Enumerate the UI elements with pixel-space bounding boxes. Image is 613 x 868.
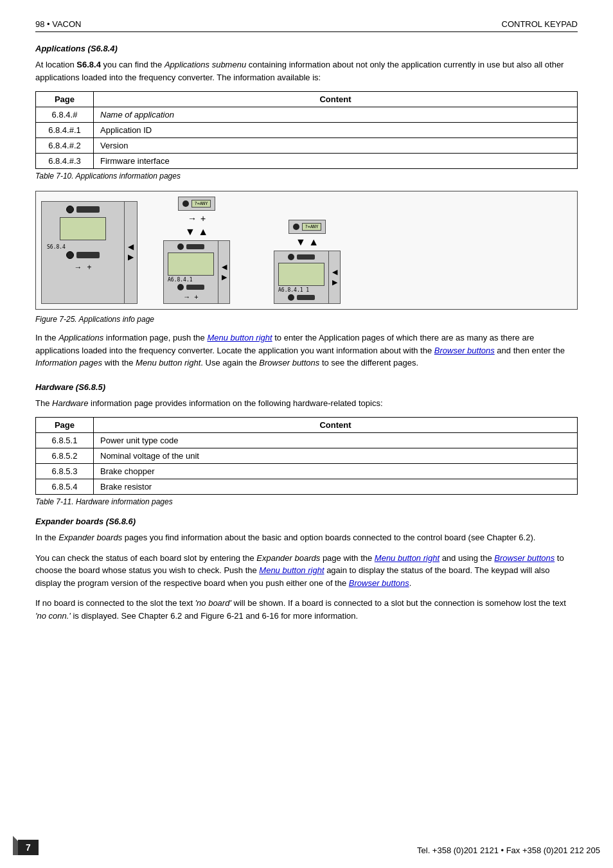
big-arrow-2: ▼ ▲ xyxy=(185,226,208,238)
hardware-table: Page Content 6.8.5.1 Power unit type cod… xyxy=(35,417,578,495)
col-page: Page xyxy=(36,92,94,107)
device-unit-2: A6.8.4.1 → + ◀ ▶ xyxy=(163,240,230,304)
header-left: 98 • VACON xyxy=(35,19,82,29)
circle-btn-1 xyxy=(66,206,74,213)
screen-3 xyxy=(278,263,324,286)
ready-panel-2: ?=ANY xyxy=(178,197,215,211)
header-right: CONTROL KEYPAD xyxy=(502,19,578,29)
expander-body2: You can check the status of each board s… xyxy=(35,552,578,590)
link-browser-buttons-3[interactable]: Browser buttons xyxy=(349,578,409,588)
screen-1 xyxy=(60,217,106,240)
hardware-intro: The Hardware information page provides i… xyxy=(35,397,578,410)
hardware-table-caption: Table 7-11. Hardware information pages xyxy=(35,497,578,506)
device-label-2: A6.8.4.1 xyxy=(168,277,193,283)
link-menu-button-right-3[interactable]: Menu button right xyxy=(259,565,324,575)
link-browser-buttons-2[interactable]: Browser buttons xyxy=(494,553,555,563)
ready-panel-3: ?=ANY xyxy=(289,220,325,234)
nav-arrows-1: → + xyxy=(74,263,91,272)
device-label-1: S6.8.4 xyxy=(47,244,66,250)
device-unit-3-wrapper: ?=ANY ▼ ▲ A6.8.4.1 1 xyxy=(256,220,359,304)
table-row: 6.8.5.2 Nominal voltage of the unit xyxy=(36,448,578,464)
expander-section: Expander boards (S6.8.6) In the Expander… xyxy=(35,517,578,622)
table-row: 6.8.4.#.2 Version xyxy=(36,138,578,154)
side-nav-1: ◀ ▶ xyxy=(124,202,137,303)
figure-caption: Figure 7-25. Applications info page xyxy=(35,315,578,324)
table-row: 6.8.5.1 Power unit type code xyxy=(36,433,578,448)
device-unit-3: A6.8.4.1 1 ◀ ▶ xyxy=(274,251,341,304)
figure-applications: S6.8.4 → + ◀ ▶ xyxy=(35,191,578,310)
applications-heading: Applications (S6.8.4) xyxy=(35,44,578,53)
applications-table: Page Content 6.8.4.# Name of application… xyxy=(35,91,578,169)
page-header: 98 • VACON CONTROL KEYPAD xyxy=(35,19,578,32)
screen-2 xyxy=(168,252,214,276)
down-arrows-2: → + xyxy=(188,213,206,224)
page-number: 7 xyxy=(18,840,39,855)
table-row: 6.8.4.# Name of application xyxy=(36,107,578,123)
applications-body1: In the Applications information page, pu… xyxy=(35,332,578,369)
expander-body3: If no board is connected to the slot the… xyxy=(35,597,578,622)
oval-btn-1 xyxy=(76,206,100,213)
bottom-nav-1 xyxy=(66,251,100,259)
col-content: Content xyxy=(94,92,578,107)
link-menu-button-right-1[interactable]: Menu button right xyxy=(207,333,272,342)
link-browser-buttons-1[interactable]: Browser buttons xyxy=(434,346,495,355)
hw-col-page: Page xyxy=(36,418,94,433)
table-row: 6.8.5.3 Brake chopper xyxy=(36,464,578,479)
device-unit-1: S6.8.4 → + ◀ ▶ xyxy=(41,201,138,304)
table-row: 6.8.4.#.1 Application ID xyxy=(36,123,578,138)
hardware-heading: Hardware (S6.8.5) xyxy=(35,382,578,392)
device-label-3: A6.8.4.1 1 xyxy=(278,287,309,293)
table-row: 6.8.4.#.3 Firmware interface xyxy=(36,154,578,169)
applications-table-caption: Table 7-10. Applications information pag… xyxy=(35,172,578,181)
hardware-section: Hardware (S6.8.5) The Hardware informati… xyxy=(35,382,578,507)
expander-body1: In the Expander boards pages you find in… xyxy=(35,531,578,544)
applications-intro: At location S6.8.4 you can find the Appl… xyxy=(35,58,578,84)
hw-col-content: Content xyxy=(94,418,578,433)
big-arrow-3: ▼ ▲ xyxy=(296,236,319,248)
link-menu-button-right-2[interactable]: Menu button right xyxy=(375,553,440,563)
footer-contact: Tel. +358 (0)201 2121 • Fax +358 (0)201 … xyxy=(417,846,600,855)
device-unit-2-wrapper: ?=ANY → + ▼ ▲ xyxy=(145,197,248,304)
page-footer: 7 Tel. +358 (0)201 2121 • Fax +358 (0)20… xyxy=(0,840,613,855)
applications-section: Applications (S6.8.4) At location S6.8.4… xyxy=(35,44,578,369)
expander-heading: Expander boards (S6.8.6) xyxy=(35,517,578,526)
table-row: 6.8.5.4 Brake resistor xyxy=(36,479,578,495)
